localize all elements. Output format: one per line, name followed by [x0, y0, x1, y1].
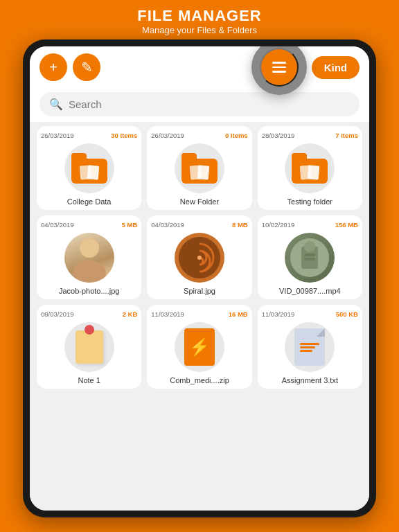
pencil-icon: ✎ — [81, 59, 93, 76]
item-label: New Folder — [180, 197, 219, 206]
list-item[interactable]: 28/03/20197 Items Testing folder — [258, 126, 362, 210]
folder-icon — [292, 153, 328, 184]
item-meta: 500 KB — [336, 310, 358, 318]
item-meta: 8 MB — [232, 221, 248, 229]
svg-point-4 — [197, 256, 202, 260]
svg-rect-8 — [304, 254, 315, 256]
item-thumbnail — [175, 233, 224, 283]
folder-icon — [181, 153, 218, 184]
app-title: FILE MANAGER — [137, 7, 261, 25]
item-thumbnail: ⚡ — [175, 322, 224, 372]
item-thumbnail — [175, 143, 224, 193]
item-meta: 0 Items — [225, 132, 248, 139]
item-thumbnail — [285, 143, 335, 193]
item-label: VID_00987....mp4 — [279, 287, 341, 295]
note-icon — [71, 328, 107, 366]
list-item[interactable]: 26/03/201930 Items College Data — [37, 126, 141, 210]
item-label: Jacob-photo....jpg — [59, 287, 119, 295]
item-meta: 16 MB — [229, 310, 248, 318]
item-date: 11/03/2019 — [262, 310, 295, 318]
list-view-button[interactable] — [260, 48, 299, 87]
item-meta: 30 Items — [111, 132, 137, 139]
file-grid: 26/03/201930 Items College Data26/03/201… — [30, 122, 369, 511]
svg-point-7 — [304, 241, 315, 252]
item-date: 04/03/2019 — [151, 221, 184, 229]
device-frame: + ✎ Kind — [23, 39, 376, 517]
spiral-icon — [175, 233, 224, 283]
item-meta: 2 KB — [123, 310, 138, 318]
item-label: Spiral.jpg — [184, 287, 215, 295]
item-date: 11/03/2019 — [151, 310, 184, 318]
list-item[interactable]: 11/03/2019500 KB Assignment 3.txt — [258, 305, 362, 389]
list-btn-popup — [251, 46, 307, 102]
hamburger-icon — [272, 62, 286, 73]
statue-icon — [285, 233, 335, 283]
svg-point-2 — [80, 238, 99, 258]
list-item[interactable]: 08/03/20192 KB Note 1 — [37, 305, 141, 389]
item-thumbnail — [64, 233, 114, 283]
item-date: 28/03/2019 — [262, 132, 295, 139]
list-item[interactable]: 04/03/20195 MB Jacob-photo....jpg — [37, 215, 141, 299]
item-label: Testing folder — [287, 197, 332, 206]
app-subtitle: Manage your Files & Folders — [137, 25, 261, 35]
item-label: Comb_medi....zip — [170, 376, 229, 384]
toolbar: + ✎ Kind — [30, 46, 369, 88]
item-thumbnail — [285, 322, 335, 372]
item-date: 26/03/2019 — [41, 132, 74, 139]
list-btn-circle — [251, 46, 307, 95]
item-thumbnail — [64, 143, 114, 193]
item-date: 08/03/2019 — [41, 310, 74, 318]
kind-button[interactable]: Kind — [312, 56, 360, 79]
item-date: 04/03/2019 — [41, 221, 74, 229]
item-meta: 7 Items — [335, 132, 358, 139]
app-header: FILE MANAGER Manage your Files & Folders — [137, 0, 261, 39]
list-item[interactable]: 04/03/20198 MB Spiral.jpg — [147, 215, 251, 299]
text-file-icon — [294, 328, 325, 366]
search-icon: 🔍 — [49, 98, 63, 111]
search-bar: 🔍 — [30, 88, 369, 122]
device-inner: + ✎ Kind — [30, 46, 369, 511]
zip-icon: ⚡ — [184, 328, 215, 366]
item-label: Note 1 — [78, 376, 100, 384]
item-date: 26/03/2019 — [151, 132, 184, 139]
item-meta: 5 MB — [122, 221, 138, 229]
item-thumbnail — [64, 322, 114, 372]
add-button[interactable]: + — [39, 53, 67, 81]
list-item[interactable]: 11/03/201916 MB ⚡ Comb_medi....zip — [147, 305, 251, 389]
svg-point-1 — [73, 260, 106, 283]
plus-icon: + — [49, 60, 57, 76]
folder-icon — [71, 153, 107, 184]
search-input[interactable] — [69, 98, 350, 110]
list-item[interactable]: 10/02/2019156 MB VID_00987....mp4 — [258, 215, 362, 299]
item-label: Assignment 3.txt — [282, 376, 338, 384]
item-thumbnail — [285, 233, 335, 283]
svg-rect-9 — [304, 258, 315, 260]
item-date: 10/02/2019 — [262, 221, 295, 229]
item-meta: 156 MB — [335, 221, 358, 229]
item-label: College Data — [67, 197, 112, 206]
person-icon — [64, 233, 114, 283]
list-item[interactable]: 26/03/20190 Items New Folder — [147, 126, 251, 210]
search-input-wrap: 🔍 — [39, 92, 360, 116]
edit-button[interactable]: ✎ — [73, 53, 100, 81]
